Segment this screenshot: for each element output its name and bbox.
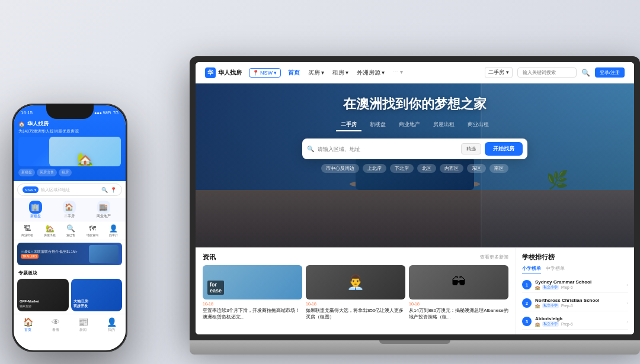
phone-search-placeholder: 输入区域和地址 bbox=[41, 187, 70, 193]
nav-link-rent[interactable]: 租房 ▾ bbox=[332, 69, 348, 77]
laptop-device: 华 华人找房 📍 NSW ▾ 首页 买房 ▾ 租房 ▾ 外洲房源 ▾ ⋯ ▾ 二… bbox=[190, 56, 640, 364]
phone-time: 16:15 bbox=[21, 110, 33, 115]
hero-tab-house-rent[interactable]: 房屋出租 bbox=[428, 119, 459, 131]
nav-location-selector[interactable]: 📍 NSW ▾ bbox=[249, 68, 281, 78]
hero-tag-4[interactable]: 内西区 bbox=[440, 164, 463, 173]
phone-sec-nav-agent-label: 找中介 bbox=[109, 233, 118, 237]
hero-tag-5[interactable]: 东区 bbox=[467, 164, 486, 173]
phone-nsw-selector[interactable]: NSW ▾ bbox=[23, 186, 39, 193]
phone-search-submit-icon[interactable]: 🔍 bbox=[101, 187, 108, 193]
phone-nav-secondhand-label: 二手房 bbox=[64, 214, 75, 218]
hero-tag-6[interactable]: 南区 bbox=[489, 164, 508, 173]
phone-secondary-nav: 🏗 商业出租 🏡 房屋出租 🔍 查已售 🗺 地价查询 👤 找中介 bbox=[14, 221, 126, 240]
phone-sec-nav-house-rent[interactable]: 🏡 房屋出租 bbox=[44, 224, 56, 237]
news-thumb-1: 👨‍💼 bbox=[306, 265, 405, 299]
nav-link-home[interactable]: 首页 bbox=[288, 69, 300, 77]
school-chevron-icon-0: › bbox=[626, 282, 628, 288]
hero-tab-biz-rent[interactable]: 商业出租 bbox=[463, 119, 494, 131]
laptop-hinge bbox=[379, 340, 450, 344]
school-meta-2: 🏫 私立小学 Prep-6 bbox=[535, 321, 623, 327]
school-info-0: Sydney Grammar School 🏫 私立小学 Prep-6 bbox=[535, 279, 623, 290]
school-item-2[interactable]: 3 Abbotsleigh 🏫 私立小学 Prep-6 › bbox=[522, 314, 628, 330]
school-tab-primary[interactable]: 小学榜单 bbox=[522, 265, 541, 273]
phone-bottom-nav: 🏠 首页 👁 看看 📰 新闻 👤 我的 bbox=[14, 314, 126, 337]
phone-sec-nav-sold[interactable]: 🔍 查已售 bbox=[66, 224, 75, 237]
phone-map-icon[interactable]: 📍 bbox=[110, 187, 117, 193]
phone-battery: 7G bbox=[113, 111, 119, 115]
phone-sec-nav-sold-label: 查已售 bbox=[66, 233, 75, 237]
school-rank-0: 1 bbox=[522, 280, 532, 289]
phone-sec-nav-house-rent-label: 房屋出租 bbox=[44, 233, 56, 237]
phone-card-land[interactable]: 大地旧房/双拼开发 bbox=[71, 279, 123, 311]
rent-out-icon: 🏗 bbox=[24, 224, 31, 233]
hero-tag-1[interactable]: 上北岸 bbox=[363, 164, 386, 173]
nav-link-buy[interactable]: 买房 ▾ bbox=[308, 69, 324, 77]
bottom-news-icon: 📰 bbox=[78, 317, 88, 327]
phone-sec-nav-agent[interactable]: 👤 找中介 bbox=[109, 224, 118, 237]
phone-nav-newdev[interactable]: 🏢 新楼盘 bbox=[29, 201, 42, 218]
phone-ad-banner[interactable]: 三菱&三国联盟联合推介 低至$1.1M+ TRAILERS bbox=[17, 243, 122, 265]
phone-ad-content: 三菱&三国联盟联合推介 低至$1.1M+ TRAILERS bbox=[21, 250, 78, 258]
hero-tab-new[interactable]: 新楼盘 bbox=[365, 119, 391, 131]
phone-bottom-home[interactable]: 🏠 首页 bbox=[23, 317, 33, 333]
news-date-0: 10-18 bbox=[203, 302, 302, 306]
nav-link-overseas[interactable]: 外洲房源 ▾ bbox=[357, 69, 385, 77]
hero-search-bar: 🔍 精选 开始找房 bbox=[302, 138, 527, 159]
phone-bottom-news[interactable]: 📰 新闻 bbox=[78, 317, 88, 333]
news-see-more[interactable]: 查看更多新闻 bbox=[480, 254, 508, 260]
hero-find-button[interactable]: 开始找房 bbox=[485, 142, 523, 156]
bottom-browse-icon: 👁 bbox=[52, 317, 60, 327]
phone-tab-1[interactable]: 买房出售 bbox=[37, 169, 57, 176]
phone-nav-commercial[interactable]: 🏬 商业地产 bbox=[97, 201, 111, 218]
school-item-0[interactable]: 1 Sydney Grammar School 🏫 私立小学 Prep-6 › bbox=[522, 277, 628, 293]
news-item-0[interactable]: forease 10-18 空置率连续3个月下滑，开发商拍拖高端市场！澳洲租赁危… bbox=[203, 265, 302, 320]
phone-bottom-profile[interactable]: 👤 我的 bbox=[107, 317, 117, 333]
school-info-2: Abbotsleigh 🏫 私立小学 Prep-6 bbox=[535, 316, 623, 327]
school-item-1[interactable]: 2 Northcross Christian School 🏫 私立小学 Pre… bbox=[522, 295, 628, 311]
laptop-base bbox=[190, 340, 640, 355]
news-date-2: 10-18 bbox=[409, 302, 508, 306]
phone-logo-text: 华人找房 bbox=[27, 120, 49, 128]
phone-bottom-browse-label: 看看 bbox=[52, 327, 59, 333]
site-logo-icon: 华 bbox=[205, 67, 216, 78]
hero-tag-3[interactable]: 北区 bbox=[417, 164, 436, 173]
phone-bottom-browse[interactable]: 👁 看看 bbox=[52, 317, 60, 333]
hero-search-input[interactable] bbox=[318, 146, 457, 152]
school-chevron-icon-1: › bbox=[626, 301, 628, 306]
hero-tag-2[interactable]: 下北岸 bbox=[390, 164, 414, 173]
school-info-1: Northcross Christian School 🏫 私立小学 Prep-… bbox=[535, 298, 623, 308]
hero-filter-button[interactable]: 精选 bbox=[461, 143, 481, 154]
sold-icon: 🔍 bbox=[66, 224, 75, 233]
nav-login-button[interactable]: 登录/注册 bbox=[595, 67, 625, 78]
school-section-header: 学校排行榜 bbox=[522, 253, 628, 262]
phone-sec-nav-rent-out[interactable]: 🏗 商业出租 bbox=[21, 224, 33, 237]
site-logo[interactable]: 华 华人找房 bbox=[205, 67, 242, 78]
school-type-0: 私立小学 bbox=[542, 285, 559, 290]
phone-tab-0[interactable]: 新楼盘 bbox=[18, 169, 35, 176]
phone-tab-2[interactable]: 租房 bbox=[59, 169, 72, 176]
news-title-1: 如果联盟党赢得大选，将拿出$50亿让澳人更多买房（组图） bbox=[306, 307, 405, 320]
nav-search-type-selector[interactable]: 二手房 ▾ bbox=[485, 67, 513, 78]
news-item-2[interactable]: 🕶 10-18 从14万到880万澳元：揭秘澳洲总理Albanese的地产投资策… bbox=[409, 265, 508, 320]
phone-sec-nav-land[interactable]: 🗺 地价查询 bbox=[87, 224, 98, 237]
news-item-1[interactable]: 👨‍💼 10-18 如果联盟党赢得大选，将拿出$50亿让澳人更多买房（组图） bbox=[306, 265, 405, 320]
nav-link-more[interactable]: ⋯ ▾ bbox=[393, 69, 404, 77]
hero-tab-second[interactable]: 二手房 bbox=[336, 119, 361, 131]
hero-search-location-icon: 🔍 bbox=[307, 146, 314, 152]
school-section: 学校排行榜 小学榜单 中学榜单 1 Sydney Grammar School bbox=[516, 248, 634, 334]
news-section: 资讯 查看更多新闻 forease 10-18 空置率连续3 bbox=[196, 248, 516, 334]
hero-tag-0[interactable]: 市中心及周边 bbox=[321, 164, 359, 173]
phone-search-bar[interactable]: NSW ▾ 输入区域和地址 🔍 📍 bbox=[17, 183, 122, 196]
rent-chevron-icon: ▾ bbox=[345, 69, 348, 76]
nav-keyword-input[interactable] bbox=[517, 67, 577, 78]
phone-nav-secondhand[interactable]: 🏠 二手房 bbox=[63, 201, 76, 218]
phone-card-offmarket[interactable]: OFF-Market独家房源 bbox=[17, 279, 69, 311]
phone-section-title: 专题板块 bbox=[14, 268, 126, 278]
school-tab-secondary[interactable]: 中学榜单 bbox=[546, 265, 565, 273]
school-grade-0: Prep-6 bbox=[561, 285, 573, 289]
hero-title: 在澳洲找到你的梦想之家 bbox=[219, 95, 610, 113]
phone-tagline: 为140万澳洲华人提供最优质房源 bbox=[18, 129, 121, 134]
phone-bottom-profile-label: 我的 bbox=[108, 327, 115, 333]
nav-search-submit-icon[interactable]: 🔍 bbox=[581, 69, 590, 77]
hero-tab-commercial[interactable]: 商业地产 bbox=[394, 119, 425, 131]
